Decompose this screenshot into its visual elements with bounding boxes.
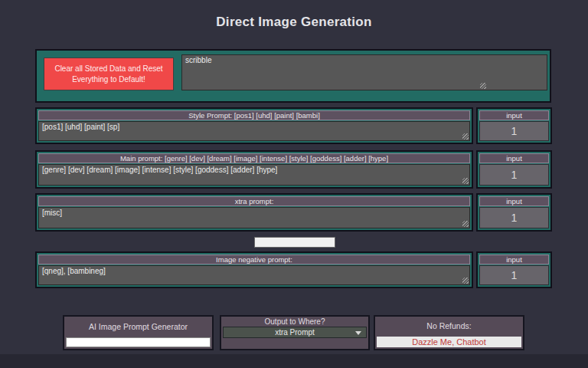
input-label: input (479, 196, 549, 206)
dazzle-me-link[interactable]: Dazzle Me, Chatbot (377, 337, 521, 347)
page-title: Direct Image Generation (0, 15, 588, 30)
negative-prompt-label: Image negative prompt: (38, 255, 470, 264)
prompt-generator-input[interactable] (66, 337, 211, 347)
style-prompt-count-section: input 1 (476, 107, 552, 144)
reset-section: Clear all Stored Data and Reset Everythi… (35, 49, 551, 103)
count-input[interactable]: 1 (479, 164, 549, 186)
output-where-label: Output to Where? (221, 317, 368, 327)
output-where-selected: xtra Prompt (275, 328, 315, 337)
negative-prompt-count-section: input 1 (476, 251, 552, 288)
reset-button[interactable]: Clear all Stored Data and Reset Everythi… (44, 58, 174, 90)
xtra-prompt-label: xtra prompt: (38, 196, 470, 206)
count-input[interactable]: 1 (479, 121, 549, 141)
style-prompt-row: Style Prompt: [pos1] [uhd] [paint] [bamb… (35, 107, 473, 144)
input-label: input (479, 110, 549, 120)
xtra-prompt-row: xtra prompt: [misc] (35, 193, 473, 232)
output-where-spacer (221, 338, 368, 349)
count-input[interactable]: 1 (479, 207, 549, 228)
main-prompt-count-section: input 1 (476, 150, 552, 189)
style-prompt-label: Style Prompt: [pos1] [uhd] [paint] [bamb… (38, 110, 470, 120)
prompt-generator-label: AI Image Prompt Generator (64, 317, 212, 336)
output-where-box: Output to Where? xtra Prompt (220, 315, 370, 350)
no-refunds-box: No Refunds: Dazzle Me, Chatbot (374, 315, 524, 350)
app-window: Direct Image Generation Clear all Stored… (0, 0, 588, 368)
main-prompt-textarea[interactable]: [genre] [dev] [dream] [image] [intense] … (38, 164, 470, 186)
output-where-select[interactable]: xtra Prompt (223, 327, 367, 338)
input-label: input (479, 255, 549, 264)
resize-handle[interactable] (480, 83, 486, 89)
blank-button[interactable] (254, 237, 335, 248)
negative-prompt-textarea[interactable]: [qneg], [bambineg] (38, 265, 470, 285)
negative-prompt-row: Image negative prompt: [qneg], [bambineg… (35, 251, 473, 288)
resize-handle[interactable] (462, 221, 469, 227)
xtra-prompt-count-section: input 1 (476, 193, 552, 232)
xtra-prompt-textarea[interactable]: [misc] (38, 207, 470, 228)
scribble-textarea[interactable]: scribble (181, 54, 547, 90)
resize-handle[interactable] (462, 278, 469, 284)
style-prompt-textarea[interactable]: [pos1] [uhd] [paint] [sp] (38, 121, 470, 141)
main-prompt-row: Main prompt: [genre] [dev] [dream] [imag… (35, 150, 473, 189)
main-prompt-label: Main prompt: [genre] [dev] [dream] [imag… (38, 153, 470, 163)
chevron-down-icon (355, 331, 361, 335)
resize-handle[interactable] (462, 133, 469, 140)
no-refunds-label: No Refunds: (375, 317, 523, 335)
input-label: input (479, 153, 549, 163)
bottom-bar (0, 354, 588, 368)
count-input[interactable]: 1 (479, 265, 549, 285)
resize-handle[interactable] (462, 178, 469, 184)
prompt-generator-box: AI Image Prompt Generator (63, 315, 214, 350)
